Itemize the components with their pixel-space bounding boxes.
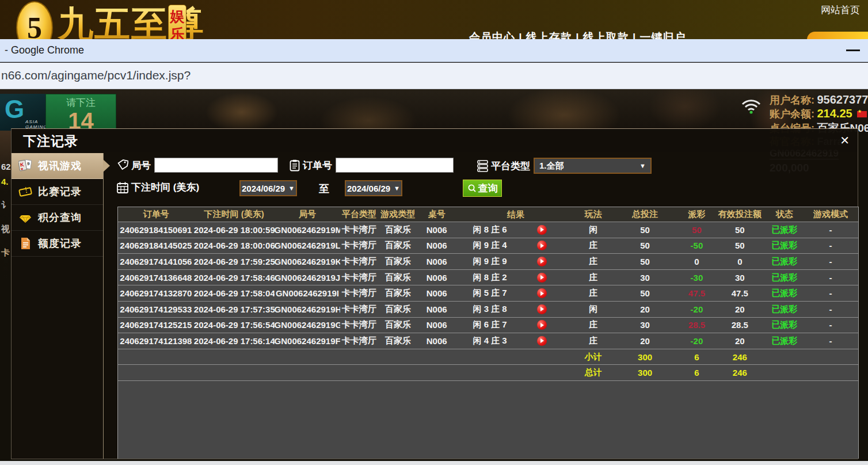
cell-status: 已派彩 bbox=[766, 304, 803, 315]
cell-valid: 30 bbox=[714, 273, 766, 283]
close-icon[interactable]: ✕ bbox=[840, 134, 850, 147]
modal-header: 下注记录 ✕ bbox=[12, 129, 858, 152]
column-header: 游戏模式 bbox=[803, 209, 858, 220]
cell-game: 百家乐 bbox=[378, 336, 418, 346]
result-text: 闲 5 庄 7 bbox=[455, 288, 524, 299]
result-text: 闲 8 庄 6 bbox=[455, 224, 524, 235]
platform-selected-value: 1.全部 bbox=[539, 161, 564, 171]
cell-round: GN0062462919K bbox=[275, 257, 341, 266]
promo-button[interactable] bbox=[807, 32, 868, 39]
cell-payout: -20 bbox=[680, 304, 714, 314]
tag-icon bbox=[117, 159, 128, 171]
time-filter-label: 下注时间 (美东) bbox=[131, 181, 199, 194]
replay-video-icon[interactable] bbox=[537, 320, 547, 330]
bet-prompt-label: 请下注 bbox=[46, 96, 116, 109]
sidebar-item-label: 比赛记录 bbox=[38, 185, 82, 199]
cell-table: N006 bbox=[418, 241, 455, 250]
cell-result: 闲 5 庄 7 bbox=[455, 288, 576, 299]
replay-video-icon[interactable] bbox=[537, 304, 547, 314]
cell-bet: 50 bbox=[611, 288, 680, 298]
url-text[interactable]: n66.com/agingame/pcv1/index.jsp? bbox=[1, 68, 191, 82]
date-to-select[interactable]: 2024/06/29▼ bbox=[345, 180, 402, 196]
cell-time: 2024-06-29 17:57:35 bbox=[194, 304, 275, 314]
cell-mode: - bbox=[803, 288, 858, 298]
cell-payout: -20 bbox=[680, 336, 714, 346]
cell-table: N006 bbox=[418, 225, 455, 235]
column-header: 玩法 bbox=[576, 209, 611, 220]
table-row: 240629184150691 2024-06-29 18:00:59 GN00… bbox=[118, 222, 858, 238]
column-header: 下注时间 (美东) bbox=[194, 209, 275, 220]
cell-table: N006 bbox=[418, 320, 455, 330]
cell-order: 240629174129533 bbox=[118, 304, 194, 314]
round-input[interactable] bbox=[154, 158, 278, 173]
date-range-to: 至 bbox=[319, 182, 329, 196]
sidebar-item-document[interactable]: 额度记录 bbox=[12, 231, 103, 257]
background-edge-fragments: 624.讠视卡 bbox=[0, 129, 11, 461]
cell-round: GN0062462919G bbox=[275, 320, 341, 330]
sidebar-item-diamond[interactable]: 积分查询 bbox=[12, 205, 103, 231]
cell-result: 闲 8 庄 2 bbox=[455, 272, 576, 283]
date-from-select[interactable]: 2024/06/29▼ bbox=[239, 180, 297, 196]
column-header: 游戏类型 bbox=[378, 209, 418, 220]
casino-photo-strip bbox=[0, 89, 868, 129]
cell-valid: 47.5 bbox=[714, 288, 766, 298]
table-row: 240629174121398 2024-06-29 17:56:14 GN00… bbox=[118, 333, 858, 349]
search-button[interactable]: 查询 bbox=[463, 180, 502, 197]
subtotal-label: 小计 bbox=[576, 352, 611, 363]
cell-time: 2024-06-29 17:59:25 bbox=[194, 257, 275, 266]
window-title: - Google Chrome bbox=[5, 44, 84, 56]
column-header: 总投注 bbox=[611, 209, 680, 220]
sidebar-item-label: 视讯游戏 bbox=[38, 159, 82, 173]
cell-payout: 50 bbox=[680, 225, 714, 235]
sidebar-item-ticket[interactable]: 比赛记录 bbox=[12, 179, 103, 205]
search-icon bbox=[467, 184, 477, 193]
cell-order: 240629174121398 bbox=[118, 336, 194, 346]
cell-status: 已派彩 bbox=[766, 272, 803, 283]
sidebar-item-cards[interactable]: 9K♥ 视讯游戏 bbox=[12, 153, 103, 179]
cell-round: GN0062462919M bbox=[275, 225, 341, 235]
cell-mode: - bbox=[803, 225, 858, 235]
time-filter-group: 下注时间 (美东) bbox=[117, 181, 203, 194]
balance-row: 账户余额: 214.25 bbox=[770, 107, 867, 121]
chevron-down-icon: ▼ bbox=[288, 185, 295, 192]
cell-table: N006 bbox=[418, 273, 455, 283]
cell-valid: 20 bbox=[714, 336, 766, 346]
member-nav-links[interactable]: 会员中心 | 线上存款 | 线上取款 | 一键归户 bbox=[469, 30, 686, 39]
cell-valid: 20 bbox=[714, 304, 766, 314]
round-filter-group: 局号 bbox=[117, 158, 278, 173]
cell-mode: - bbox=[803, 320, 858, 330]
replay-video-icon[interactable] bbox=[537, 257, 547, 266]
cell-bet: 20 bbox=[611, 336, 680, 346]
cell-play: 庄 bbox=[576, 272, 611, 283]
column-header: 状态 bbox=[766, 209, 803, 220]
minimize-button[interactable] bbox=[846, 49, 860, 51]
url-bar[interactable]: n66.com/agingame/pcv1/index.jsp? bbox=[0, 63, 868, 89]
replay-video-icon[interactable] bbox=[537, 273, 547, 283]
platform-select[interactable]: 1.全部 ▼ bbox=[534, 158, 652, 174]
modal-title: 下注记录 bbox=[23, 132, 78, 150]
cell-payout: -50 bbox=[680, 241, 714, 250]
cell-table: N006 bbox=[418, 336, 455, 346]
cell-payout: 47.5 bbox=[680, 288, 714, 298]
cell-payout: -30 bbox=[680, 273, 714, 283]
document-icon bbox=[18, 237, 32, 250]
cell-mode: - bbox=[803, 304, 858, 314]
edge-fragment: 4. bbox=[1, 177, 9, 186]
replay-video-icon[interactable] bbox=[537, 225, 547, 235]
home-link[interactable]: 网站首页 bbox=[821, 3, 860, 17]
cell-game: 百家乐 bbox=[378, 224, 418, 235]
order-input[interactable] bbox=[336, 158, 454, 173]
cell-mode: - bbox=[803, 241, 858, 250]
calendar-icon bbox=[117, 182, 128, 193]
cell-status: 已派彩 bbox=[766, 256, 803, 267]
balance-label: 账户余额: bbox=[770, 108, 814, 120]
replay-video-icon[interactable] bbox=[537, 241, 547, 250]
replay-video-icon[interactable] bbox=[537, 336, 547, 346]
table-row: 240629174129533 2024-06-29 17:57:35 GN00… bbox=[118, 302, 858, 318]
replay-video-icon[interactable] bbox=[537, 288, 547, 298]
cell-valid: 0 bbox=[714, 257, 766, 266]
subtotal-payout: 6 bbox=[680, 352, 714, 362]
cell-bet: 30 bbox=[611, 273, 680, 283]
cell-mode: - bbox=[803, 273, 858, 283]
subtotal-valid: 246 bbox=[714, 352, 766, 362]
